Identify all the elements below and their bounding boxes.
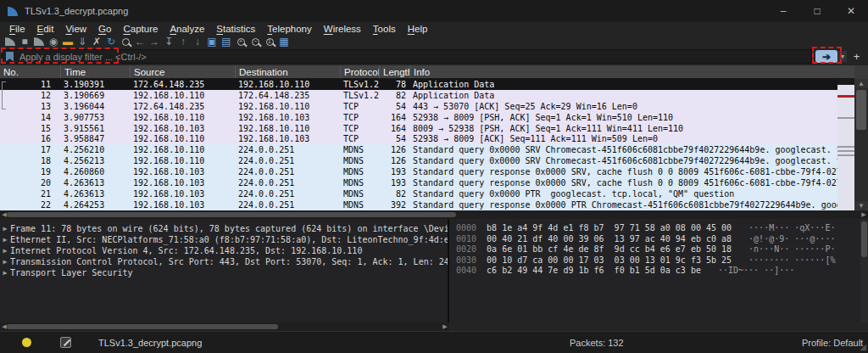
expand-arrow-icon[interactable]: ▶ xyxy=(0,225,10,233)
close-button[interactable]: ✕ xyxy=(834,0,868,22)
close-file-button[interactable]: ✗ xyxy=(90,36,103,48)
packet-minimap[interactable] xyxy=(837,79,854,210)
menu-capture[interactable]: Capture xyxy=(117,24,164,34)
status-profile[interactable]: Profile: Default xyxy=(802,338,863,348)
hex-row[interactable]: 001000 40 21 df 40 00 39 06 13 97 ac 40 … xyxy=(456,234,868,245)
cell-time: 3.190391 xyxy=(61,80,131,89)
window-title: TLSv1.3_decrypt.pcapng xyxy=(25,6,128,16)
go-last-packet-button[interactable]: ↓ xyxy=(191,36,204,48)
hex-row[interactable]: 0000b8 1e a4 9f 4d e1 f8 b7 97 71 58 a0 … xyxy=(456,223,868,234)
start-capture-button[interactable] xyxy=(3,36,17,48)
packet-row[interactable]: 113.190391172.64.148.235192.168.10.110TL… xyxy=(0,79,837,90)
expand-arrow-icon[interactable]: ▶ xyxy=(0,247,10,255)
expand-arrow-icon[interactable]: ▶ xyxy=(0,236,10,244)
column-header-time[interactable]: Time xyxy=(61,65,131,78)
save-file-button[interactable]: ⇓ xyxy=(75,36,89,48)
packet-row[interactable]: 184.256213192.168.10.110224.0.0.251MDNS1… xyxy=(0,155,837,166)
packet-row[interactable]: 163.958847192.168.10.110192.168.10.103TC… xyxy=(0,134,837,145)
add-filter-button[interactable]: + xyxy=(850,49,863,63)
menu-analyze[interactable]: Analyze xyxy=(164,24,210,34)
menu-view[interactable]: View xyxy=(59,24,92,34)
resize-grip[interactable]: ◢ xyxy=(860,342,866,351)
column-header-destination[interactable]: Destination xyxy=(236,65,341,78)
menu-edit[interactable]: Edit xyxy=(31,24,60,34)
cell-length: 164 xyxy=(380,124,410,133)
packet-row[interactable]: 214.263613192.168.10.103224.0.0.251MDNS8… xyxy=(0,188,837,199)
restart-capture-icon xyxy=(34,37,44,46)
bytes-vscrollbar[interactable] xyxy=(860,219,868,322)
open-file-button[interactable]: ▬ xyxy=(61,36,75,48)
detail-hscrollbar[interactable]: ◀ ▶ xyxy=(0,322,449,331)
expand-arrow-icon[interactable]: ▶ xyxy=(0,269,10,277)
reload-file-button[interactable]: ↻ xyxy=(104,36,118,48)
go-back-button[interactable]: ← xyxy=(133,36,147,48)
restart-capture-button[interactable] xyxy=(32,36,46,48)
colorize-packets-button[interactable]: ▤ xyxy=(220,36,233,48)
menu-accelerator: E xyxy=(37,24,44,34)
detail-tree-item[interactable]: ▶Frame 11: 78 bytes on wire (624 bits), … xyxy=(0,223,448,234)
menu-statistics[interactable]: Statistics xyxy=(210,24,261,34)
find-packet-button[interactable] xyxy=(119,36,132,48)
menu-tools[interactable]: Tools xyxy=(367,24,402,34)
menu-file[interactable]: File xyxy=(3,24,31,34)
cell-source: 192.168.10.110 xyxy=(131,113,236,122)
detail-tree-item[interactable]: ▶Internet Protocol Version 4, Src: 172.6… xyxy=(0,245,448,256)
stop-capture-button[interactable]: ■ xyxy=(18,36,31,48)
menu-telephony[interactable]: Telephony xyxy=(261,24,317,34)
hex-row[interactable]: 003000 10 d7 ca 00 00 17 03 03 00 13 01 … xyxy=(456,255,868,266)
go-forward-button[interactable]: → xyxy=(147,36,161,48)
detail-tree-item[interactable]: ▶Transmission Control Protocol, Src Port… xyxy=(0,256,448,267)
vscroll-thumb[interactable] xyxy=(856,90,866,130)
zoom-out-button[interactable]: − xyxy=(248,36,262,48)
zoom-in-button[interactable]: + xyxy=(234,36,248,48)
menu-help[interactable]: Help xyxy=(402,24,434,34)
display-filter-input[interactable]: Apply a display filter ... <Ctrl-/> xyxy=(2,49,812,64)
filter-dropdown-caret[interactable]: ▼ xyxy=(838,51,847,62)
hex-row[interactable]: 0040c6 b2 49 44 7e d9 1b f6 f0 b1 5d 0a … xyxy=(456,266,868,277)
packet-list-hscrollbar[interactable]: ◀ ▶ xyxy=(0,210,868,219)
bytes-vscroll-thumb[interactable] xyxy=(861,221,867,257)
expert-info-button[interactable] xyxy=(22,338,31,347)
hscroll-thumb[interactable] xyxy=(7,212,456,217)
packet-row[interactable]: 153.915561192.168.10.103192.168.10.110TC… xyxy=(0,123,837,134)
maximize-button[interactable]: □ xyxy=(800,0,834,22)
auto-scroll-button[interactable]: ▣ xyxy=(205,36,219,48)
find-packet-icon xyxy=(122,38,130,46)
capture-comment-button[interactable] xyxy=(60,337,71,348)
minimize-button[interactable]: – xyxy=(766,0,800,22)
status-filename: TLSv1.3_decrypt.pcapng xyxy=(98,338,202,348)
packet-row[interactable]: 174.256210192.168.10.110224.0.0.251MDNS1… xyxy=(0,144,837,155)
column-header-no[interactable]: No. xyxy=(0,65,61,78)
scroll-right-arrow[interactable]: ▶ xyxy=(860,210,868,219)
column-header-protocol[interactable]: Protocol xyxy=(341,65,380,78)
cell-protocol: TCP xyxy=(341,124,380,133)
column-header-info[interactable]: Info xyxy=(410,65,854,78)
detail-tree-item[interactable]: ▶Ethernet II, Src: NECPlatforms_71:58:a0… xyxy=(0,234,448,245)
zoom-100-button[interactable]: 1 xyxy=(263,36,276,48)
packet-row[interactable]: 123.190669192.168.10.110172.64.148.235TL… xyxy=(0,90,837,101)
hex-row[interactable]: 00200a 6e 01 bb cf 4e de 8f 9d cc b4 e6 … xyxy=(456,244,868,255)
apply-filter-button[interactable]: ➔ xyxy=(815,50,837,63)
packet-row[interactable]: 143.907753192.168.10.110192.168.10.103TC… xyxy=(0,112,837,123)
menu-wireless[interactable]: Wireless xyxy=(318,24,367,34)
capture-options-button[interactable]: ◉ xyxy=(47,36,60,48)
packet-row[interactable]: 133.196044172.64.148.235192.168.10.110TC… xyxy=(0,101,837,112)
menu-accelerator: F xyxy=(9,24,15,34)
scroll-up-arrow[interactable]: ▲ xyxy=(854,79,868,88)
hscroll-thumb[interactable] xyxy=(7,324,278,329)
expand-arrow-icon[interactable]: ▶ xyxy=(0,258,10,266)
column-header-length[interactable]: Length xyxy=(380,65,410,78)
scroll-right-arrow[interactable]: ▶ xyxy=(441,322,449,331)
go-to-packet-button[interactable]: ↧ xyxy=(162,36,175,48)
column-header-source[interactable]: Source xyxy=(131,65,236,78)
packet-list-vscrollbar[interactable]: ▲ ▼ xyxy=(854,79,868,210)
packet-row[interactable]: 204.263613192.168.10.103224.0.0.251MDNS1… xyxy=(0,177,837,188)
packet-row[interactable]: 224.264253192.168.10.103224.0.0.251MDNS3… xyxy=(0,199,837,210)
resize-columns-button[interactable]: ▦ xyxy=(277,36,291,48)
menu-go[interactable]: Go xyxy=(92,24,117,34)
packet-row[interactable]: 194.260860192.168.10.103224.0.0.251MDNS1… xyxy=(0,166,837,177)
go-first-packet-button[interactable]: ↑ xyxy=(176,36,190,48)
filter-bookmark-icon[interactable] xyxy=(6,52,14,62)
detail-tree-item[interactable]: ▶Transport Layer Security xyxy=(0,267,448,278)
scroll-down-arrow[interactable]: ▼ xyxy=(854,201,868,210)
